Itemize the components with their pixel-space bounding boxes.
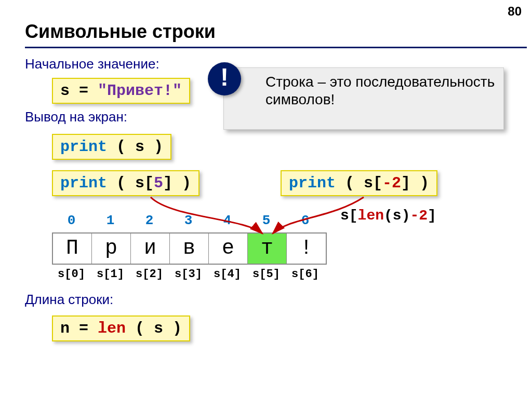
- char-2: и: [131, 234, 170, 264]
- idx-1: 1: [91, 213, 130, 228]
- char-4: е: [209, 234, 248, 264]
- print3-close: ] ): [401, 174, 429, 192]
- callout-badge-icon: !: [208, 62, 241, 95]
- lenx-a: s[: [340, 208, 358, 224]
- sub-4: s[4]: [208, 268, 247, 281]
- idx-3: 3: [169, 213, 208, 228]
- char-6: !: [287, 234, 326, 264]
- code-assign: s = "Привет!": [52, 78, 190, 104]
- idx-0: 0: [52, 213, 91, 228]
- title-divider: [25, 47, 527, 48]
- len-lhs: n =: [60, 320, 98, 337]
- code-print1: print ( s ): [52, 134, 171, 160]
- label-output: Вывод на экран:: [25, 109, 127, 125]
- code-print2: print ( s[5] ): [52, 170, 200, 196]
- print2-open: ( s[: [107, 174, 154, 192]
- print-kw-1: print: [60, 138, 107, 156]
- callout-box: Строка – это последовательность символов…: [223, 67, 504, 130]
- sub-0: s[0]: [52, 268, 91, 281]
- sub-3: s[3]: [169, 268, 208, 281]
- lenx-e: ]: [428, 208, 436, 224]
- idx-6: 6: [286, 213, 325, 228]
- index-row: 0 1 2 3 4 5 6: [52, 213, 325, 228]
- label-initial: Начальное значение:: [25, 56, 159, 72]
- lenx-c: (s): [384, 208, 410, 224]
- print3-idx: -2: [382, 174, 401, 192]
- print-kw-3: print: [289, 174, 336, 192]
- sub-5: s[5]: [247, 268, 286, 281]
- sub-6: s[6]: [286, 268, 325, 281]
- lenx-b: len: [358, 208, 384, 224]
- slide-title: Символьные строки: [25, 21, 216, 43]
- idx-4: 4: [208, 213, 247, 228]
- code-print3: print ( s[-2] ): [281, 170, 437, 196]
- label-length: Длина строки:: [25, 292, 113, 308]
- char-5: т: [248, 234, 287, 264]
- len-arg: ( s ): [126, 320, 182, 337]
- char-row: П р и в е т !: [52, 232, 327, 265]
- page-number: 80: [508, 4, 522, 19]
- callout-text: Строка – это последовательность символов…: [265, 74, 495, 107]
- lenx-d: -2: [410, 208, 428, 224]
- code-len: n = len ( s ): [52, 315, 190, 341]
- sub-1: s[1]: [91, 268, 130, 281]
- assign-rhs: "Привет!": [98, 82, 182, 100]
- char-3: в: [170, 234, 209, 264]
- print1-arg: ( s ): [107, 138, 163, 156]
- assign-lhs: s =: [60, 82, 98, 100]
- len-kw: len: [98, 320, 126, 337]
- print2-idx: 5: [154, 174, 163, 192]
- print2-close: ] ): [163, 174, 191, 192]
- print3-open: ( s[: [336, 174, 382, 192]
- idx-2: 2: [130, 213, 169, 228]
- sub-2: s[2]: [130, 268, 169, 281]
- idx-5: 5: [247, 213, 286, 228]
- print-kw-2: print: [60, 174, 107, 192]
- char-1: р: [92, 234, 131, 264]
- char-0: П: [53, 234, 92, 264]
- len-expression: s[len(s)-2]: [340, 208, 436, 224]
- sub-row: s[0] s[1] s[2] s[3] s[4] s[5] s[6]: [52, 268, 325, 281]
